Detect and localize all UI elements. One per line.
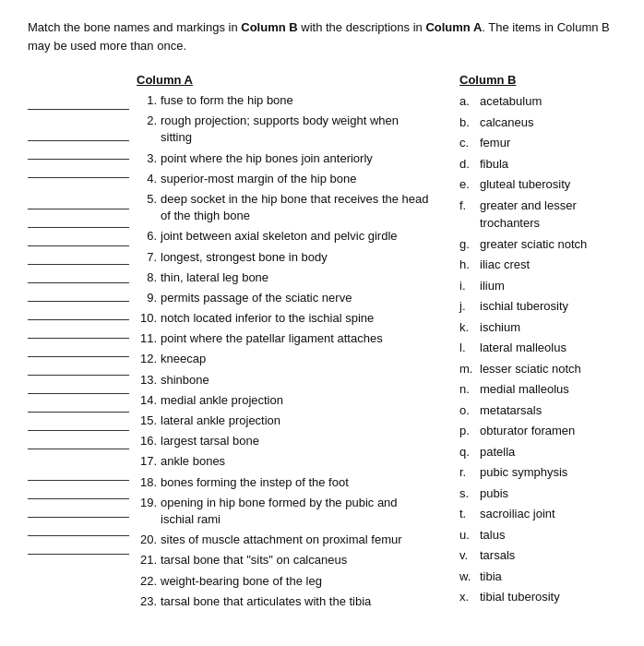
col-a-list: 1.fuse to form the hip bone2.rough proje… [137,92,432,610]
col-b-text: acetabulum [480,92,542,111]
column-b-header: Column B [459,73,616,87]
col-a-num: 5. [137,191,157,224]
answer-line [28,451,129,481]
col-a-text: weight-bearing bone of the leg [161,573,432,590]
col-a-item: 17.ankle bones [137,453,432,470]
col-b-letter: o. [459,401,476,420]
answer-lines [28,73,129,556]
answer-line [28,162,129,178]
col-b-text: talus [480,526,505,544]
col-a-item: 1.fuse to form the hip bone [137,92,432,109]
col-b-item: i.ilium [459,277,616,295]
col-b-item: m.lesser sciatic notch [459,360,616,378]
column-a-header: Column A [137,73,432,87]
col-a-num: 19. [137,495,157,528]
col-b-item: s.pubis [459,484,616,503]
col-a-num: 9. [137,290,157,306]
col-b-item: w.tibia [459,568,616,586]
col-b-letter: a. [459,92,476,111]
col-b-item: o.metatarsals [459,401,616,420]
col-a-num: 14. [137,392,157,409]
col-a-item: 22.weight-bearing bone of the leg [137,573,432,590]
col-a-item: 2.rough projection; supports body weight… [137,113,432,146]
answer-line [28,180,129,209]
column-a-bold: Column A [425,20,482,34]
col-a-item: 16.largest tarsal bone [137,433,432,449]
col-a-text: ankle bones [161,453,432,470]
col-a-item: 20.sites of muscle attachment on proxima… [137,532,432,548]
col-b-item: n.medial malleolus [459,380,616,399]
instructions-prefix: Match the bone names and markings in [28,20,241,34]
col-b-text: gluteal tuberosity [480,175,570,194]
col-a-num: 7. [137,249,157,266]
col-a-num: 8. [137,269,157,286]
col-b-text: tibia [480,568,502,586]
col-a-num: 12. [137,351,157,367]
col-b-item: r.pubic symphysis [459,463,616,482]
instructions-mid: with the descriptions in [298,20,426,34]
col-a-item: 3.point where the hip bones join anterio… [137,150,432,167]
col-b-item: x.tibial tuberosity [459,588,616,606]
answer-line [28,501,129,518]
answer-line [28,538,129,555]
col-b-text: tibial tuberosity [480,588,560,606]
col-b-text: calcaneus [480,114,534,132]
col-a-num: 20. [137,532,157,548]
col-a-item: 8.thin, lateral leg bone [137,269,432,286]
columns-wrapper: Column A 1.fuse to form the hip bone2.ro… [28,73,616,614]
col-b-text: obturator foramen [480,422,575,440]
col-b-letter: s. [459,484,476,503]
col-a-item: 14.medial ankle projection [137,392,432,409]
col-a-text: tarsal bone that "sits" on calcaneus [161,552,432,568]
col-a-text: point where the patellar ligament attach… [161,330,432,347]
col-b-letter: r. [459,463,476,482]
col-b-item: k.ischium [459,318,616,337]
col-b-text: metatarsals [480,401,542,420]
col-b-letter: k. [459,318,476,337]
col-a-item: 5.deep socket in the hip bone that recei… [137,191,432,224]
col-a-text: sites of muscle attachment on proximal f… [161,532,432,548]
col-b-list: a.acetabulumb.calcaneusc.femurd.fibulae.… [459,92,616,606]
col-a-text: point where the hip bones join anteriorl… [161,150,432,167]
answer-line [28,359,129,376]
col-b-item: j.ischial tuberosity [459,297,616,316]
answer-line [28,483,129,499]
col-b-text: femur [480,134,510,152]
col-b-text: pubis [480,484,508,503]
col-a-num: 22. [137,573,157,590]
col-a-num: 23. [137,593,157,610]
col-a-num: 17. [137,453,157,470]
col-b-text: iliac crest [480,256,530,274]
col-a-num: 6. [137,228,157,245]
col-b-text: tarsals [480,546,515,565]
col-b-letter: x. [459,588,476,606]
col-a-num: 2. [137,113,157,146]
instructions: Match the bone names and markings in Col… [28,18,616,54]
col-a-item: 18.bones forming the instep of the foot [137,474,432,491]
answer-line [28,143,129,160]
col-b-item: t.sacroiliac joint [459,505,616,523]
column-b-bold: Column B [241,20,297,34]
col-a-num: 13. [137,372,157,389]
answer-line [28,433,129,449]
col-a-text: permits passage of the sciatic nerve [161,290,432,306]
col-b-letter: l. [459,339,476,357]
col-b-letter: j. [459,297,476,316]
answer-line [28,230,129,246]
col-a-num: 21. [137,552,157,568]
col-b-letter: g. [459,235,476,254]
col-a-text: longest, strongest bone in body [161,249,432,266]
col-a-num: 10. [137,310,157,327]
answer-line [28,377,129,394]
answer-line [28,93,129,110]
col-a-item: 15.lateral ankle projection [137,413,432,429]
col-a-item: 10.notch located inferior to the ischial… [137,310,432,327]
col-a-text: largest tarsal bone [161,433,432,449]
col-a-text: opening in hip bone formed by the pubic … [161,495,432,528]
column-b: Column B a.acetabulumb.calcaneusc.femurd… [459,73,616,609]
col-b-item: h.iliac crest [459,256,616,274]
col-b-item: a.acetabulum [459,92,616,111]
col-b-text: greater sciatic notch [480,235,587,254]
col-a-num: 15. [137,413,157,429]
col-b-letter: e. [459,175,476,194]
